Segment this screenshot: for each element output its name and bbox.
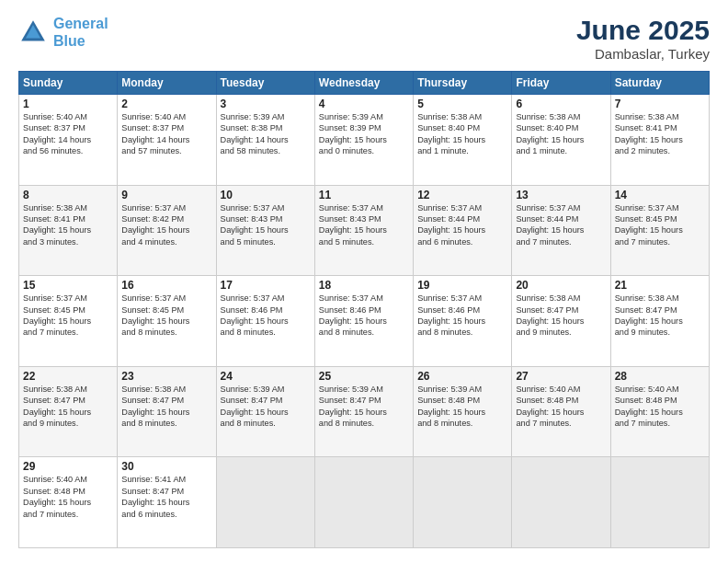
table-row: 1Sunrise: 5:40 AM Sunset: 8:37 PM Daylig… xyxy=(19,95,118,186)
cell-content: Sunrise: 5:40 AM Sunset: 8:48 PM Dayligh… xyxy=(23,474,113,520)
day-number: 11 xyxy=(319,189,409,201)
day-number: 27 xyxy=(516,370,606,383)
cell-content: Sunrise: 5:37 AM Sunset: 8:44 PM Dayligh… xyxy=(417,202,507,248)
cell-content: Sunrise: 5:38 AM Sunset: 8:47 PM Dayligh… xyxy=(615,293,705,339)
day-number: 10 xyxy=(221,189,311,201)
table-row: 21Sunrise: 5:38 AM Sunset: 8:47 PM Dayli… xyxy=(610,276,709,367)
day-number: 18 xyxy=(319,279,409,292)
cell-content: Sunrise: 5:39 AM Sunset: 8:47 PM Dayligh… xyxy=(221,384,311,430)
day-number: 29 xyxy=(23,460,113,473)
table-row: 30Sunrise: 5:41 AM Sunset: 8:47 PM Dayli… xyxy=(118,457,216,548)
calendar-subtitle: Dambaslar, Turkey xyxy=(576,46,710,62)
table-row xyxy=(512,457,610,548)
col-friday: Friday xyxy=(512,72,610,95)
calendar-week-row: 22Sunrise: 5:38 AM Sunset: 8:47 PM Dayli… xyxy=(19,366,710,457)
day-number: 21 xyxy=(615,279,705,292)
day-number: 20 xyxy=(516,279,606,292)
cell-content: Sunrise: 5:37 AM Sunset: 8:45 PM Dayligh… xyxy=(121,293,211,339)
table-row: 27Sunrise: 5:40 AM Sunset: 8:48 PM Dayli… xyxy=(512,366,610,457)
cell-content: Sunrise: 5:39 AM Sunset: 8:38 PM Dayligh… xyxy=(221,111,311,157)
logo-blue: Blue xyxy=(53,33,85,49)
table-row: 7Sunrise: 5:38 AM Sunset: 8:41 PM Daylig… xyxy=(610,95,709,186)
cell-content: Sunrise: 5:37 AM Sunset: 8:44 PM Dayligh… xyxy=(516,202,606,248)
cell-content: Sunrise: 5:37 AM Sunset: 8:42 PM Dayligh… xyxy=(121,202,211,248)
cell-content: Sunrise: 5:38 AM Sunset: 8:41 PM Dayligh… xyxy=(23,202,113,248)
cell-content: Sunrise: 5:41 AM Sunset: 8:47 PM Dayligh… xyxy=(121,474,211,520)
calendar-week-row: 1Sunrise: 5:40 AM Sunset: 8:37 PM Daylig… xyxy=(19,95,710,186)
day-number: 16 xyxy=(121,279,211,292)
day-number: 12 xyxy=(417,189,507,201)
cell-content: Sunrise: 5:38 AM Sunset: 8:41 PM Dayligh… xyxy=(615,111,705,157)
table-row: 2Sunrise: 5:40 AM Sunset: 8:37 PM Daylig… xyxy=(118,95,216,186)
day-number: 26 xyxy=(417,370,507,383)
table-row: 28Sunrise: 5:40 AM Sunset: 8:48 PM Dayli… xyxy=(610,366,709,457)
page: General Blue June 2025 Dambaslar, Turkey… xyxy=(0,0,728,563)
table-row xyxy=(216,457,314,548)
col-monday: Monday xyxy=(118,72,216,95)
day-number: 9 xyxy=(121,189,211,201)
cell-content: Sunrise: 5:37 AM Sunset: 8:45 PM Dayligh… xyxy=(615,202,705,248)
cell-content: Sunrise: 5:40 AM Sunset: 8:48 PM Dayligh… xyxy=(615,384,705,430)
table-row: 19Sunrise: 5:37 AM Sunset: 8:46 PM Dayli… xyxy=(414,276,512,367)
day-number: 14 xyxy=(615,189,705,201)
table-row: 14Sunrise: 5:37 AM Sunset: 8:45 PM Dayli… xyxy=(610,185,709,276)
cell-content: Sunrise: 5:37 AM Sunset: 8:43 PM Dayligh… xyxy=(319,202,409,248)
day-number: 4 xyxy=(319,98,409,110)
calendar-week-row: 8Sunrise: 5:38 AM Sunset: 8:41 PM Daylig… xyxy=(19,185,710,276)
day-number: 25 xyxy=(319,370,409,383)
title-block: June 2025 Dambaslar, Turkey xyxy=(576,15,710,62)
col-wednesday: Wednesday xyxy=(314,72,413,95)
day-number: 17 xyxy=(221,279,311,292)
day-number: 19 xyxy=(417,279,507,292)
table-row: 23Sunrise: 5:38 AM Sunset: 8:47 PM Dayli… xyxy=(118,366,216,457)
table-row: 3Sunrise: 5:39 AM Sunset: 8:38 PM Daylig… xyxy=(216,95,314,186)
table-row: 26Sunrise: 5:39 AM Sunset: 8:48 PM Dayli… xyxy=(414,366,512,457)
cell-content: Sunrise: 5:38 AM Sunset: 8:47 PM Dayligh… xyxy=(23,384,113,430)
day-number: 2 xyxy=(121,98,211,110)
table-row: 6Sunrise: 5:38 AM Sunset: 8:40 PM Daylig… xyxy=(512,95,610,186)
day-number: 30 xyxy=(121,460,211,473)
col-thursday: Thursday xyxy=(414,72,512,95)
calendar-table: Sunday Monday Tuesday Wednesday Thursday… xyxy=(18,71,710,548)
table-row: 29Sunrise: 5:40 AM Sunset: 8:48 PM Dayli… xyxy=(19,457,118,548)
table-row: 15Sunrise: 5:37 AM Sunset: 8:45 PM Dayli… xyxy=(19,276,118,367)
cell-content: Sunrise: 5:40 AM Sunset: 8:37 PM Dayligh… xyxy=(23,111,113,157)
col-tuesday: Tuesday xyxy=(216,72,314,95)
table-row: 4Sunrise: 5:39 AM Sunset: 8:39 PM Daylig… xyxy=(314,95,413,186)
table-row: 25Sunrise: 5:39 AM Sunset: 8:47 PM Dayli… xyxy=(314,366,413,457)
cell-content: Sunrise: 5:39 AM Sunset: 8:39 PM Dayligh… xyxy=(319,111,409,157)
table-row: 13Sunrise: 5:37 AM Sunset: 8:44 PM Dayli… xyxy=(512,185,610,276)
calendar-week-row: 15Sunrise: 5:37 AM Sunset: 8:45 PM Dayli… xyxy=(19,276,710,367)
day-number: 22 xyxy=(23,370,113,383)
day-number: 8 xyxy=(23,189,113,201)
table-row: 17Sunrise: 5:37 AM Sunset: 8:46 PM Dayli… xyxy=(216,276,314,367)
table-row xyxy=(314,457,413,548)
table-row: 18Sunrise: 5:37 AM Sunset: 8:46 PM Dayli… xyxy=(314,276,413,367)
table-row: 9Sunrise: 5:37 AM Sunset: 8:42 PM Daylig… xyxy=(118,185,216,276)
table-row: 5Sunrise: 5:38 AM Sunset: 8:40 PM Daylig… xyxy=(414,95,512,186)
cell-content: Sunrise: 5:37 AM Sunset: 8:46 PM Dayligh… xyxy=(319,293,409,339)
cell-content: Sunrise: 5:40 AM Sunset: 8:48 PM Dayligh… xyxy=(516,384,606,430)
cell-content: Sunrise: 5:38 AM Sunset: 8:40 PM Dayligh… xyxy=(417,111,507,157)
table-row xyxy=(414,457,512,548)
col-sunday: Sunday xyxy=(19,72,118,95)
table-row: 24Sunrise: 5:39 AM Sunset: 8:47 PM Dayli… xyxy=(216,366,314,457)
day-number: 15 xyxy=(23,279,113,292)
cell-content: Sunrise: 5:38 AM Sunset: 8:47 PM Dayligh… xyxy=(516,293,606,339)
table-row: 11Sunrise: 5:37 AM Sunset: 8:43 PM Dayli… xyxy=(314,185,413,276)
calendar-week-row: 29Sunrise: 5:40 AM Sunset: 8:48 PM Dayli… xyxy=(19,457,710,548)
day-number: 28 xyxy=(615,370,705,383)
logo-icon xyxy=(18,17,48,47)
day-number: 5 xyxy=(417,98,507,110)
cell-content: Sunrise: 5:38 AM Sunset: 8:40 PM Dayligh… xyxy=(516,111,606,157)
cell-content: Sunrise: 5:40 AM Sunset: 8:37 PM Dayligh… xyxy=(121,111,211,157)
table-row: 22Sunrise: 5:38 AM Sunset: 8:47 PM Dayli… xyxy=(19,366,118,457)
cell-content: Sunrise: 5:39 AM Sunset: 8:47 PM Dayligh… xyxy=(319,384,409,430)
calendar-title: June 2025 xyxy=(576,15,710,46)
calendar-header-row: Sunday Monday Tuesday Wednesday Thursday… xyxy=(19,72,710,95)
logo: General Blue xyxy=(18,15,108,50)
cell-content: Sunrise: 5:37 AM Sunset: 8:43 PM Dayligh… xyxy=(221,202,311,248)
cell-content: Sunrise: 5:37 AM Sunset: 8:46 PM Dayligh… xyxy=(417,293,507,339)
day-number: 7 xyxy=(615,98,705,110)
logo-general: General xyxy=(53,16,108,31)
